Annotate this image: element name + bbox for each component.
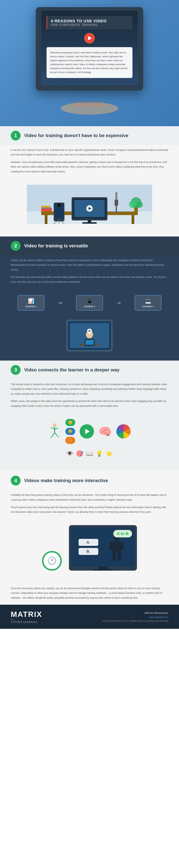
running-figure: [48, 423, 61, 440]
course-2-icon: 📱: [80, 298, 99, 304]
clock-monitor-row: 🕐 A. B. A or B: [42, 525, 137, 570]
section1-banner: 1 Video for training doesn't have to be …: [0, 126, 179, 145]
center-play-btn[interactable]: [80, 424, 94, 439]
svg-line-51: [57, 436, 59, 437]
section3-banner: 3 Video connects the learner in a deeper…: [0, 361, 179, 379]
footer-matrix-name: MATRIX: [11, 611, 42, 618]
bubble-2: 😂: [65, 428, 75, 435]
color-wheel: [116, 424, 131, 439]
svg-point-44: [53, 423, 56, 427]
chat-bubbles: 😊 😂 😍: [65, 419, 75, 444]
footer-cta: Visit blog.matrixlms.com for insightful …: [102, 619, 168, 623]
monitor-neck: [99, 566, 107, 569]
play-button-area: [47, 33, 132, 43]
svg-rect-23: [114, 199, 118, 206]
arrow-2: ➔: [117, 300, 121, 306]
clock-icon: 🕐: [42, 551, 62, 570]
section1-para2: However, most smartphones come with reas…: [11, 160, 168, 174]
course-3-pill: 💻 COURSE 3: [135, 295, 161, 311]
hero-body-text: Whenever employees have a new task to ta…: [50, 51, 129, 74]
monitor-assembly: 🕐 A. B. A or B: [42, 525, 137, 572]
svg-rect-11: [82, 222, 97, 224]
section4-para1: Probably the best thing about training v…: [11, 493, 168, 502]
svg-rect-54: [109, 542, 112, 550]
emoji-row: 👁️ 🎯 📖 💡 ⭐: [0, 447, 179, 462]
course-3-label: COURSE 3: [138, 305, 157, 308]
choice-buttons: A. B.: [79, 539, 98, 555]
monitor-illustration: 🕐 A. B. A or B: [0, 522, 179, 576]
hero-title-line1: 4 REASONS TO USE VIDEO: [51, 19, 129, 23]
svg-line-49: [55, 433, 57, 436]
bubble-1: 😊: [65, 419, 75, 426]
course-1-icon: 📊: [22, 298, 41, 304]
section1-number: 1: [11, 131, 21, 141]
section2-heading: Video for training is versatile: [24, 243, 88, 249]
svg-rect-2: [75, 101, 104, 103]
section2-tablet-area: [0, 314, 179, 361]
svg-rect-1: [72, 104, 107, 106]
course-1-pill: 📊 COURSE 1: [18, 295, 44, 311]
svg-rect-56: [112, 552, 116, 561]
svg-line-46: [51, 428, 55, 429]
footer-tagline: LMS for Businesses: [102, 611, 168, 615]
emoji-3: 📖: [86, 450, 93, 457]
play-triangle: [85, 429, 90, 434]
svg-rect-57: [118, 552, 121, 561]
bubble-3: 😍: [65, 437, 75, 444]
section3-number: 3: [11, 365, 21, 375]
section1-heading: Video for training doesn't have to be ex…: [24, 133, 128, 138]
section-3: 3 Video connects the learner in a deeper…: [0, 361, 179, 471]
course-1-label: COURSE 1: [22, 305, 41, 308]
hero-illustration: [36, 94, 143, 116]
svg-rect-33: [41, 206, 50, 208]
svg-point-19: [58, 204, 60, 207]
brain-icon: 🧠: [99, 425, 112, 438]
svg-point-30: [136, 202, 143, 208]
monitor-body: A. B. A or B: [69, 525, 137, 570]
section3-body: The human brain is attuned to color and …: [0, 379, 179, 415]
svg-line-50: [50, 436, 52, 438]
section3-icons: 😊 😂 😍 🧠: [0, 415, 179, 447]
hero-text: Whenever employees have a new task to ta…: [47, 47, 132, 78]
choice-b-btn[interactable]: B.: [79, 548, 98, 555]
section4-para2: They'll spend more time interacting with…: [11, 505, 168, 515]
section-2-wrapper: 2 Video for training is versatile Videos…: [0, 237, 179, 361]
course-3-icon: 💻: [138, 298, 157, 304]
svg-rect-7: [132, 215, 134, 224]
section3-heading: Video connects the learner in a deeper w…: [24, 367, 120, 373]
section1-svg: [27, 185, 152, 224]
emoji-4: 💡: [96, 450, 103, 457]
running-person-svg: [48, 423, 61, 439]
hero-title-box: 4 REASONS TO USE VIDEO FOR CORPORATE TRA…: [47, 16, 132, 29]
section-4: 4 Videos make training more interactive …: [0, 471, 179, 581]
svg-rect-41: [85, 340, 94, 345]
svg-rect-55: [121, 542, 124, 550]
section4-number: 4: [11, 476, 21, 486]
svg-line-47: [55, 428, 58, 429]
arrow-1: ➔: [58, 300, 62, 306]
monitor-foot: [93, 569, 113, 570]
section2-banner: 2 Video for training is versatile: [0, 237, 179, 255]
section-1: 1 Video for training doesn't have to be …: [0, 126, 179, 237]
bottom-para: Once the necessary videos are created, y…: [11, 586, 168, 600]
section4-body: Probably the best thing about training v…: [0, 490, 179, 521]
section1-body: It can be, but it doesn't have to be. It…: [0, 145, 179, 181]
footer-website-link[interactable]: www.matrixlms.com: [149, 616, 168, 618]
svg-point-29: [129, 201, 136, 208]
emoji-5: ⭐: [106, 450, 113, 457]
svg-rect-6: [45, 215, 47, 224]
footer: MATRIX by CYPHER LEARNING LMS for Busine…: [0, 605, 179, 629]
section1-para1: It can be, but it doesn't have to be. It…: [11, 148, 168, 157]
footer-cypher-name: CYPHER LEARNING: [11, 621, 42, 623]
courses-diagram: 📊 COURSE 1 ➔ 📱 COURSE 2 ➔ 💻 COURSE 3: [0, 291, 179, 314]
choice-a-btn[interactable]: A.: [79, 539, 98, 546]
svg-rect-24: [115, 192, 118, 200]
course-2-pill: 📱 COURSE 2: [76, 295, 103, 311]
footer-right: LMS for Businesses www.matrixlms.com Vis…: [102, 611, 168, 623]
section2-para2: Not only that, but most training videos …: [11, 275, 168, 284]
ab-label: A or B: [113, 530, 132, 537]
play-button[interactable]: [84, 33, 95, 43]
footer-website[interactable]: www.matrixlms.com: [102, 615, 168, 619]
svg-rect-26: [113, 212, 120, 212]
section2-number: 2: [11, 241, 21, 251]
